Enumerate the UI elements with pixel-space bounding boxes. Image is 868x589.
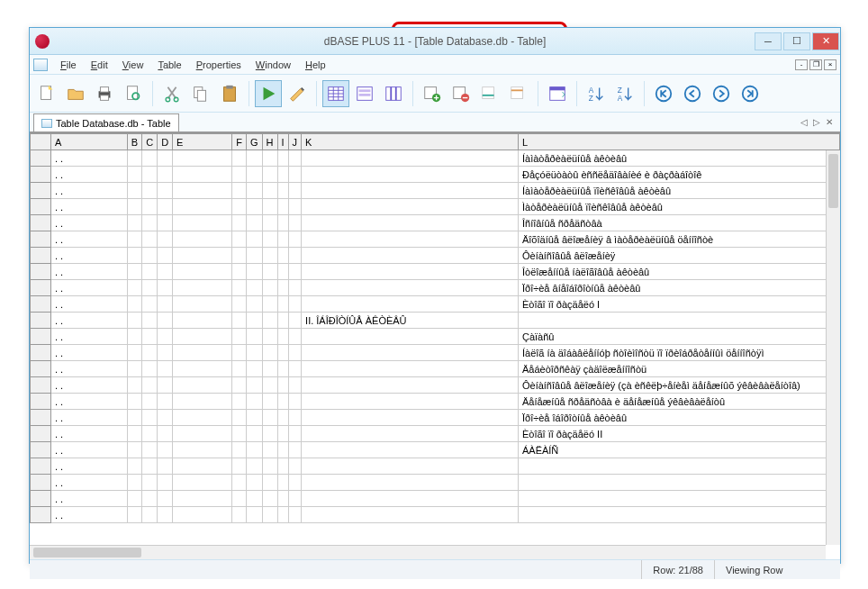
cell[interactable] (262, 231, 277, 248)
cell[interactable] (277, 280, 288, 296)
cell[interactable] (142, 231, 158, 248)
cell[interactable] (277, 377, 288, 394)
row-header[interactable] (31, 231, 51, 248)
cell[interactable] (142, 199, 158, 215)
column-header-k[interactable]: K (302, 134, 519, 150)
cell[interactable]: ÁÀËÀÍÑ (518, 442, 839, 458)
row-header[interactable] (31, 491, 51, 507)
table-row[interactable]: . .Ïðî÷èå âíåîáîðîòíûå àêòèâû (31, 280, 840, 296)
cell[interactable] (142, 491, 158, 507)
column-view-button[interactable] (380, 80, 407, 107)
cell[interactable] (158, 394, 173, 410)
column-header-b[interactable]: B (127, 134, 141, 150)
cell[interactable] (232, 442, 247, 458)
cut-button[interactable] (158, 80, 185, 107)
cell[interactable] (232, 394, 247, 410)
table-row[interactable]: . .Ïðî÷èå îáîðîòíûå àêòèâû (31, 410, 840, 426)
table-row[interactable]: . .Ðåçóëüòàòû èññëåäîâàíèé è ðàçðàáîòîê (31, 167, 840, 183)
menu-window[interactable]: Window (249, 58, 298, 72)
cell[interactable] (247, 491, 263, 507)
cell[interactable]: Îñíîâíûå ñðåäñòâà (518, 215, 839, 231)
cell[interactable] (127, 491, 141, 507)
menu-help[interactable]: Help (298, 58, 333, 72)
table-structure-button[interactable] (544, 80, 571, 107)
cell[interactable]: . . (50, 442, 127, 458)
cell[interactable] (142, 280, 158, 296)
cell[interactable] (262, 329, 277, 345)
cell[interactable]: . . (50, 183, 127, 199)
row-header[interactable] (31, 280, 51, 296)
cell[interactable] (142, 183, 158, 199)
table-row[interactable]: . .Íàìàòåðèàëüíûå àêòèâû (31, 150, 840, 167)
cell[interactable] (277, 442, 288, 458)
cell[interactable] (142, 442, 158, 458)
cell[interactable]: . . (50, 264, 127, 280)
cell[interactable] (247, 394, 263, 410)
cell[interactable] (288, 458, 302, 475)
table-row[interactable]: . .Çàïàñû (31, 329, 840, 345)
cell[interactable]: . . (50, 296, 127, 313)
cell[interactable] (158, 150, 173, 167)
row-header[interactable] (31, 264, 51, 280)
cell[interactable] (127, 150, 141, 167)
cell[interactable] (158, 248, 173, 264)
form-view-button[interactable] (351, 80, 378, 107)
cell[interactable]: Ôèíàíñîâûå âëîæåíèÿ (çà èñêëþ÷åíèåì äåíå… (518, 377, 839, 394)
cell[interactable]: . . (50, 215, 127, 231)
add-record-button[interactable] (419, 80, 446, 107)
cell[interactable] (127, 248, 141, 264)
cell[interactable] (247, 361, 263, 377)
cell[interactable] (277, 361, 288, 377)
row-header[interactable] (31, 248, 51, 264)
cell[interactable] (277, 296, 288, 313)
cell[interactable] (127, 377, 141, 394)
cell[interactable] (142, 394, 158, 410)
cell[interactable] (247, 215, 263, 231)
menu-file[interactable]: File (53, 58, 84, 72)
row-header[interactable] (31, 377, 51, 394)
cell[interactable] (127, 167, 141, 183)
row-header[interactable] (31, 475, 51, 491)
cell[interactable] (127, 475, 141, 491)
horizontal-scrollbar[interactable] (30, 545, 826, 559)
menu-table[interactable]: Table (150, 58, 188, 72)
cell[interactable] (173, 377, 232, 394)
new-doc-button[interactable] (33, 80, 60, 107)
row-header[interactable] (31, 296, 51, 313)
column-header-j[interactable]: J (288, 134, 302, 150)
cell[interactable]: . . (50, 394, 127, 410)
cell[interactable] (262, 280, 277, 296)
cell[interactable] (142, 361, 158, 377)
cell[interactable] (142, 507, 158, 523)
cell[interactable] (232, 458, 247, 475)
row-header[interactable] (31, 150, 51, 167)
cell[interactable] (142, 345, 158, 361)
cell[interactable] (277, 215, 288, 231)
cell[interactable] (247, 475, 263, 491)
cell[interactable] (288, 394, 302, 410)
cell[interactable] (127, 345, 141, 361)
cell[interactable] (277, 231, 288, 248)
cell[interactable] (173, 231, 232, 248)
cell[interactable] (302, 458, 519, 475)
cell[interactable] (262, 394, 277, 410)
table-row[interactable]: . . (31, 475, 840, 491)
cell[interactable] (127, 199, 141, 215)
cell[interactable] (302, 377, 519, 394)
cell[interactable] (127, 296, 141, 313)
cell[interactable]: II. ÎÁÎÐÎÒÍÛÅ ÀÊÒÈÂÛ (302, 313, 519, 329)
cell[interactable] (302, 280, 519, 296)
cell[interactable] (277, 167, 288, 183)
cell[interactable] (142, 167, 158, 183)
cell[interactable] (302, 231, 519, 248)
row-header[interactable] (31, 313, 51, 329)
table-row[interactable]: . .Îñíîâíûå ñðåäñòâà (31, 215, 840, 231)
table-row[interactable]: . .ÁÀËÀÍÑ (31, 442, 840, 458)
cell[interactable]: Îòëîæåííûå íàëîãîâûå àêòèâû (518, 264, 839, 280)
cell[interactable] (158, 507, 173, 523)
cell[interactable] (173, 507, 232, 523)
cell[interactable] (288, 296, 302, 313)
cell[interactable] (127, 458, 141, 475)
cell[interactable] (288, 264, 302, 280)
cell[interactable] (247, 458, 263, 475)
